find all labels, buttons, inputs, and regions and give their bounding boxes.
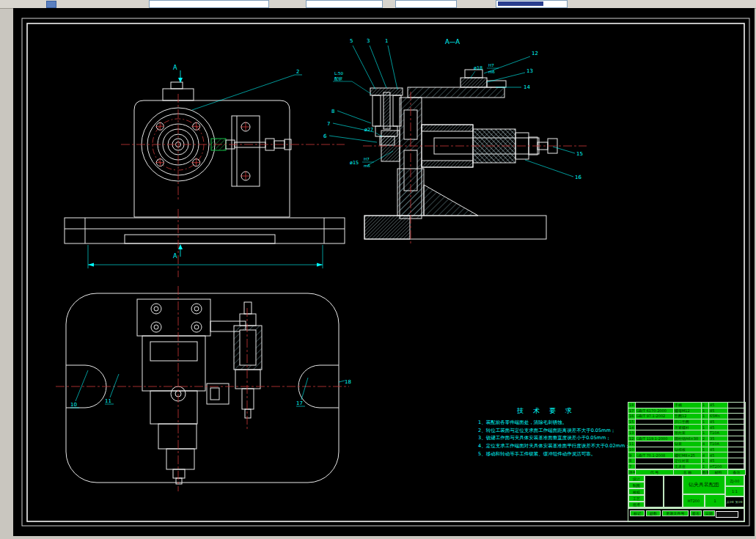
sheet-cell: 共1张 第1张 bbox=[725, 496, 744, 507]
tech-req-item: 2、转位工装面与定位支承面工作端面距离误差不大于0.05mm； bbox=[478, 427, 636, 435]
title-block: 18手柄 145 17GB/T 6170-2000螺母M12 145 16GB/… bbox=[628, 402, 746, 522]
bottom-cell: 日期 bbox=[703, 510, 715, 516]
bom-row: 8定位衬套 145 bbox=[628, 458, 746, 463]
svg-text:1: 1 bbox=[385, 38, 388, 44]
material-cell: HT200 bbox=[683, 494, 705, 507]
svg-text:2: 2 bbox=[296, 69, 299, 75]
bom-row: 15开口垫圈 145 bbox=[628, 419, 746, 425]
svg-text:L:50: L:50 bbox=[334, 71, 343, 76]
front-base-plate bbox=[65, 218, 345, 243]
bom-row: 12GB/T 119.1-2000圆柱销A6×30 235 bbox=[628, 436, 746, 441]
section-view bbox=[364, 70, 557, 239]
tech-req-item: 4、定位支承工作端面对夹具体安装基准面平行度误差不大于0.02mm； bbox=[478, 442, 636, 450]
sig-dates bbox=[664, 475, 683, 507]
svg-text:14: 14 bbox=[524, 84, 530, 90]
sig-label: 校核 bbox=[628, 488, 645, 495]
dim-d18: ø18 H7 m6 bbox=[470, 63, 499, 78]
scale-cell: 1:1 bbox=[725, 486, 744, 496]
svg-text:12: 12 bbox=[532, 51, 538, 56]
drawing-title: 钻夹具装配图 bbox=[683, 475, 725, 494]
svg-text:16: 16 bbox=[575, 175, 581, 180]
bom-row: 7支承座 1HT200 bbox=[628, 463, 746, 469]
svg-text:11: 11 bbox=[105, 398, 111, 404]
svg-text:H7: H7 bbox=[488, 63, 494, 67]
svg-text:配铰: 配铰 bbox=[334, 76, 343, 81]
bom-row: 9GB/T 70.1-2008螺钉M8×25 445 bbox=[628, 452, 746, 458]
svg-text:3: 3 bbox=[367, 38, 370, 44]
svg-text:8: 8 bbox=[331, 109, 334, 114]
tech-req-title: 技 术 要 求 bbox=[491, 406, 601, 416]
front-base-dimension bbox=[88, 245, 323, 268]
front-view-balloon-2: 2 bbox=[192, 69, 302, 110]
bom-row: 11钻套 4T10A bbox=[628, 441, 746, 447]
front-view-centerlines bbox=[121, 94, 345, 199]
svg-text:17: 17 bbox=[296, 400, 303, 406]
section-cut-marks: A A bbox=[173, 65, 183, 260]
sig-label: 批准 bbox=[628, 502, 645, 507]
bom-row: 17GB/T 6170-2000螺母M12 145 bbox=[628, 408, 746, 414]
bom-row: 18手柄 145 bbox=[628, 403, 746, 408]
bottom-cell: 签名 bbox=[690, 510, 702, 516]
bottom-cell: 标记 bbox=[630, 510, 645, 516]
svg-text:15: 15 bbox=[576, 151, 583, 157]
svg-text:10: 10 bbox=[70, 402, 77, 408]
svg-text:7: 7 bbox=[327, 121, 330, 127]
bom-row: 14压紧螺杆 145 bbox=[628, 425, 746, 430]
sig-values bbox=[645, 475, 664, 507]
tech-req-item: 1、装配前各零件端面处，清除毛刺锈蚀。 bbox=[478, 419, 636, 427]
svg-text:H7: H7 bbox=[364, 157, 370, 161]
bom-table: 18手柄 145 17GB/T 6170-2000螺母M12 145 16GB/… bbox=[628, 402, 746, 475]
technical-requirements: 技 术 要 求 1、装配前各零件端面处，清除毛刺锈蚀。 2、转位工装面与定位支承… bbox=[478, 406, 636, 458]
svg-text:A: A bbox=[173, 65, 177, 71]
bottom-cell: 更改文件号 bbox=[662, 510, 689, 516]
svg-text:ø15: ø15 bbox=[350, 160, 359, 166]
drawing-number: ZJ-00 bbox=[725, 475, 744, 486]
sig-label: 设计 bbox=[628, 475, 645, 482]
scale-bar bbox=[716, 511, 738, 518]
section-label: A—A bbox=[445, 38, 460, 45]
svg-text:18: 18 bbox=[345, 379, 351, 385]
bom-row: 13导向套 1T10A bbox=[628, 430, 746, 436]
qty-cell: 1 bbox=[705, 494, 725, 507]
front-view bbox=[134, 82, 291, 217]
tech-req-item: 5、移动和转动等手工件锁紧、缓冲组件动作灵活可靠。 bbox=[478, 450, 636, 458]
tech-req-item: 3、铣键工作面与夹具体安装基准面垂直度误差小于0.05mm； bbox=[478, 434, 636, 442]
top-view bbox=[66, 293, 339, 484]
title-block-main: 设计 制图 校核 工艺 批准 钻夹具装配图 HT200 1 ZJ-00 1:1 … bbox=[628, 474, 745, 508]
svg-text:6: 6 bbox=[323, 133, 327, 139]
svg-text:ø18: ø18 bbox=[474, 65, 482, 71]
sig-label: 工艺 bbox=[628, 495, 645, 502]
section-balloons: 5 3 1 12 13 14 15 16 8 7 6 bbox=[323, 38, 583, 180]
svg-text:ø27: ø27 bbox=[364, 127, 373, 133]
bom-row: 10钻模板 145 bbox=[628, 447, 746, 452]
svg-text:5: 5 bbox=[350, 38, 353, 44]
svg-text:A: A bbox=[173, 253, 177, 260]
sig-label: 制图 bbox=[628, 482, 645, 488]
bom-row: 16GB/T 97.1-2002垫圈12 165Mn bbox=[628, 414, 746, 419]
top-view-centerlines bbox=[56, 286, 349, 491]
bottom-cell: 处数 bbox=[646, 510, 661, 516]
note-l50: L:50 配铰 bbox=[333, 71, 371, 94]
title-block-bottom: 标记 处数 更改文件号 签名 日期 bbox=[628, 508, 745, 522]
svg-text:13: 13 bbox=[526, 68, 533, 74]
